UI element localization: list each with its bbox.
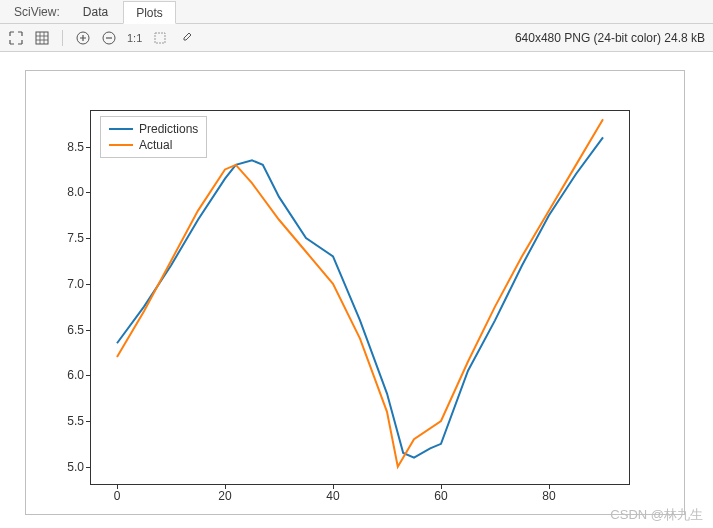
sciview-label: SciView: xyxy=(6,5,68,19)
tab-bar: SciView: Data Plots xyxy=(0,0,713,24)
xtick-label: 20 xyxy=(218,489,231,503)
xtick-label: 80 xyxy=(542,489,555,503)
ytick-label: 8.5 xyxy=(50,140,84,154)
legend-item-predictions: Predictions xyxy=(109,121,198,137)
ytick-label: 7.5 xyxy=(50,231,84,245)
tab-data[interactable]: Data xyxy=(70,0,121,23)
image-status: 640x480 PNG (24-bit color) 24.8 kB xyxy=(515,31,705,45)
selection-icon[interactable] xyxy=(152,30,168,46)
legend-label: Actual xyxy=(139,138,172,152)
ytick-label: 5.0 xyxy=(50,460,84,474)
chart-lines xyxy=(90,110,630,485)
legend: Predictions Actual xyxy=(100,116,207,158)
grid-icon[interactable] xyxy=(34,30,50,46)
ytick-label: 8.0 xyxy=(50,185,84,199)
svg-rect-0 xyxy=(36,32,48,44)
plot-area: Predictions Actual 5.05.56.06.57.07.58.0… xyxy=(90,110,630,485)
svg-rect-3 xyxy=(155,33,165,43)
fit-icon[interactable] xyxy=(8,30,24,46)
xtick-label: 40 xyxy=(326,489,339,503)
xtick-label: 60 xyxy=(434,489,447,503)
separator xyxy=(62,30,63,46)
legend-label: Predictions xyxy=(139,122,198,136)
ytick-label: 7.0 xyxy=(50,277,84,291)
tab-plots[interactable]: Plots xyxy=(123,1,176,24)
zoom-out-icon[interactable] xyxy=(101,30,117,46)
one-to-one[interactable]: 1:1 xyxy=(127,32,142,44)
legend-item-actual: Actual xyxy=(109,137,198,153)
ytick-label: 6.0 xyxy=(50,368,84,382)
xtick-label: 0 xyxy=(114,489,121,503)
watermark: CSDN @林九生 xyxy=(610,506,703,524)
legend-swatch xyxy=(109,128,133,130)
eyedropper-icon[interactable] xyxy=(178,30,194,46)
ytick-label: 6.5 xyxy=(50,323,84,337)
legend-swatch xyxy=(109,144,133,146)
zoom-in-icon[interactable] xyxy=(75,30,91,46)
toolbar: 1:1 640x480 PNG (24-bit color) 24.8 kB xyxy=(0,24,713,52)
ytick-label: 5.5 xyxy=(50,414,84,428)
